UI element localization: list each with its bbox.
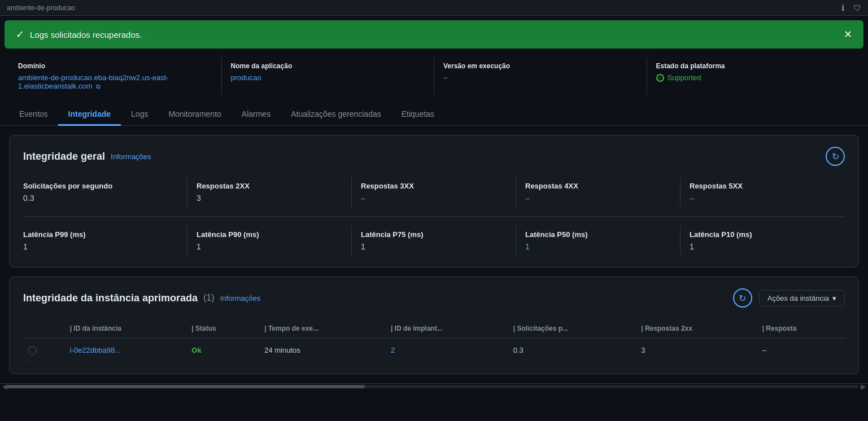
- instance-id-link[interactable]: i-0e22dbba98...: [70, 346, 121, 354]
- scrollbar-area: ◀ ▶: [0, 383, 868, 390]
- deploy-id-link[interactable]: 2: [391, 346, 395, 354]
- instance-status-value: Ok: [191, 346, 201, 354]
- metric-resp-3xx: Respostas 3XX –: [352, 177, 516, 207]
- header-col-domain: Domínio ambiente-de-producao.eba-biaq2nw…: [9, 58, 222, 95]
- metric-latency-p90: Latência P90 (ms) 1: [187, 226, 352, 256]
- metric-4xx-label: Respostas 4XX: [525, 182, 671, 190]
- metric-latency-p50: Latência P50 (ms) 1: [516, 226, 681, 256]
- shield-icon[interactable]: 🛡: [853, 3, 861, 12]
- toast-notification: ✓ Logs solicitados recuperados. ✕: [5, 20, 863, 49]
- toast-message: Logs solicitados recuperados.: [30, 30, 838, 40]
- version-value: –: [443, 73, 638, 82]
- instance-actions-button[interactable]: Ações da instância ▾: [759, 290, 845, 306]
- metric-latency-p75: Latência P75 (ms) 1: [352, 226, 516, 256]
- general-health-info-link[interactable]: Informações: [111, 152, 151, 161]
- general-health-title-row: Integridade geral Informações: [23, 151, 151, 163]
- instance-health-card: Integridade da instância aprimorada (1) …: [9, 277, 859, 374]
- metrics-row-latency: Latência P99 (ms) 1 Latência P90 (ms) 1 …: [23, 226, 845, 256]
- header-col-app: Nome da aplicação producao: [222, 58, 435, 95]
- metrics-grid-1: Solicitações por segundo 0.3 Respostas 2…: [23, 177, 845, 207]
- header-col-platform: Estado da plataforma Supported: [647, 58, 860, 95]
- metric-resp-4xx: Respostas 4XX –: [516, 177, 681, 207]
- tab-alarmes[interactable]: Alarmes: [232, 104, 281, 126]
- general-health-card: Integridade geral Informações ↻ Solicita…: [9, 135, 859, 267]
- metric-5xx-value: –: [690, 194, 836, 203]
- top-bar: ambiente-de-producao ℹ 🛡: [0, 0, 868, 16]
- toast-close-button[interactable]: ✕: [844, 29, 852, 40]
- col-requests: | Solicitações p...: [505, 319, 633, 339]
- domain-link[interactable]: ambiente-de-producao.eba-biaq2nw2.us-eas…: [18, 73, 169, 90]
- col-status: | Status: [184, 319, 256, 339]
- metric-2xx-value: 3: [197, 194, 342, 203]
- col-selector: [23, 319, 62, 339]
- metric-5xx-label: Respostas 5XX: [690, 182, 836, 190]
- header-info-section: Domínio ambiente-de-producao.eba-biaq2nw…: [0, 53, 868, 102]
- instance-health-actions: ↻ Ações da instância ▾: [733, 288, 845, 308]
- table-header: | ID da instância | Status | Tempo de ex…: [23, 319, 845, 339]
- status-check-icon: [656, 74, 664, 82]
- app-name-value: producao: [231, 73, 425, 82]
- platform-label: Estado da plataforma: [656, 62, 850, 70]
- instance-health-info-link[interactable]: Informações: [220, 294, 261, 302]
- info-icon[interactable]: ℹ: [841, 3, 844, 12]
- col-resp-2xx: | Respostas 2xx: [633, 319, 754, 339]
- status-supported-label: Supported: [668, 73, 701, 82]
- col-time: | Tempo de exe...: [256, 319, 383, 339]
- metric-p50-label: Latência P50 (ms): [525, 230, 671, 239]
- instance-health-title: Integridade da instância aprimorada: [23, 292, 198, 304]
- external-link-icon: ⧉: [96, 83, 101, 90]
- domain-value: ambiente-de-producao.eba-biaq2nw2.us-eas…: [18, 73, 212, 90]
- instance-table-wrapper: | ID da instância | Status | Tempo de ex…: [23, 319, 845, 362]
- col-instance-id: | ID da instância: [62, 319, 184, 339]
- col-deploy-id: | ID de implant...: [383, 319, 505, 339]
- metrics-grid-2: Latência P99 (ms) 1 Latência P90 (ms) 1 …: [23, 226, 845, 256]
- tabs-bar: Eventos Integridade Logs Monitoramento A…: [0, 104, 868, 126]
- version-label: Versão em execução: [443, 62, 638, 70]
- header-col-version: Versão em execução –: [434, 58, 647, 95]
- tab-atualizacoes[interactable]: Atualizações gerenciadas: [281, 104, 391, 126]
- metric-p10-label: Latência P10 (ms): [690, 230, 836, 239]
- tab-monitoramento[interactable]: Monitoramento: [158, 104, 231, 126]
- status-supported: Supported: [656, 73, 850, 82]
- instance-health-card-header: Integridade da instância aprimorada (1) …: [23, 288, 845, 308]
- general-health-card-header: Integridade geral Informações ↻: [23, 147, 845, 166]
- metric-3xx-value: –: [361, 194, 507, 203]
- table-row: i-0e22dbba98... Ok 24 minutos 2 0.3 3 –: [23, 339, 845, 362]
- metric-p75-value: 1: [361, 242, 507, 251]
- top-bar-icons: ℹ 🛡: [841, 3, 861, 12]
- metric-4xx-value: –: [525, 194, 671, 203]
- instance-health-count: (1): [203, 293, 215, 303]
- metrics-row-responses: Solicitações por segundo 0.3 Respostas 2…: [23, 177, 845, 217]
- instance-health-refresh-button[interactable]: ↻: [733, 288, 752, 308]
- app-name-label: Nome da aplicação: [231, 62, 425, 70]
- scrollbar-track[interactable]: [7, 385, 858, 388]
- metric-resp-5xx: Respostas 5XX –: [681, 177, 845, 207]
- tab-logs[interactable]: Logs: [121, 104, 158, 126]
- metric-rps-value: 0.3: [23, 194, 178, 203]
- app-name-link[interactable]: producao: [231, 73, 261, 82]
- instance-radio[interactable]: [28, 346, 37, 355]
- row-instance-id: i-0e22dbba98...: [62, 339, 184, 362]
- metric-p90-value: 1: [197, 242, 342, 251]
- tab-integridade[interactable]: Integridade: [58, 104, 121, 126]
- row-time: 24 minutos: [256, 339, 383, 362]
- instance-health-title-row: Integridade da instância aprimorada (1) …: [23, 292, 260, 304]
- scroll-right-arrow[interactable]: ▶: [861, 383, 866, 390]
- top-bar-title: ambiente-de-producao: [7, 4, 75, 12]
- metric-p99-value: 1: [23, 242, 178, 251]
- row-selector: [23, 339, 62, 362]
- col-resp-other: | Resposta: [754, 319, 845, 339]
- tab-eventos[interactable]: Eventos: [9, 104, 58, 126]
- row-resp-other: –: [754, 339, 845, 362]
- general-health-refresh-button[interactable]: ↻: [826, 147, 845, 166]
- tab-etiquetas[interactable]: Etiquetas: [391, 104, 444, 126]
- metric-latency-p10: Latência P10 (ms) 1: [681, 226, 845, 256]
- domain-label: Domínio: [18, 62, 212, 70]
- metric-requests-per-second: Solicitações por segundo 0.3: [23, 177, 187, 207]
- table-body: i-0e22dbba98... Ok 24 minutos 2 0.3 3 –: [23, 339, 845, 362]
- metric-rps-label: Solicitações por segundo: [23, 182, 178, 190]
- scrollbar-thumb: [7, 385, 365, 388]
- row-deploy-id: 2: [383, 339, 505, 362]
- scroll-left-arrow[interactable]: ◀: [2, 383, 7, 390]
- chevron-down-icon: ▾: [832, 294, 836, 302]
